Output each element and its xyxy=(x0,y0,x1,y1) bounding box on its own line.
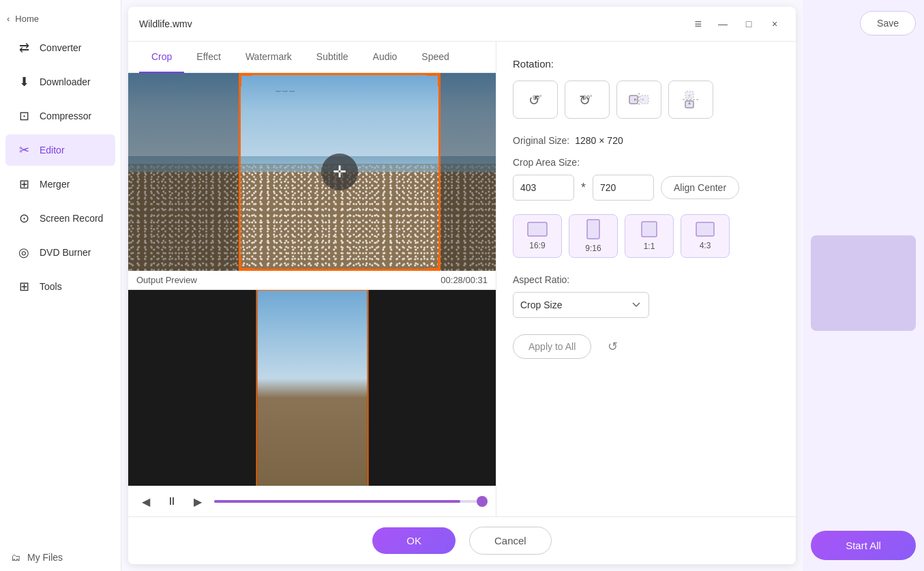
editor-window: Wildlife.wmv ≡ — □ × Crop Effect Waterma… xyxy=(128,7,796,564)
pause-button[interactable]: ⏸ xyxy=(162,492,181,511)
sidebar-item-merger[interactable]: ⊞ Merger xyxy=(5,169,115,200)
apply-reset-row: Apply to All ↺ xyxy=(513,334,779,359)
rotation-buttons: ↺ 90° ↻ 90° xyxy=(513,80,779,119)
aspect-1-1-label: 1:1 xyxy=(644,241,655,251)
sidebar-back-button[interactable]: ‹ Home xyxy=(0,7,121,31)
cancel-button[interactable]: Cancel xyxy=(469,527,552,555)
reset-button[interactable]: ↺ xyxy=(601,335,624,358)
apply-to-all-button[interactable]: Apply to All xyxy=(513,334,591,359)
crop-corner-tl[interactable] xyxy=(239,73,252,87)
dvd-burner-icon: ◎ xyxy=(16,245,31,260)
tab-effect[interactable]: Effect xyxy=(184,42,233,73)
aspect-presets: 16:9 9:16 1:1 4:3 xyxy=(513,214,779,258)
sidebar-item-label: Compressor xyxy=(40,111,91,121)
crop-corner-tr[interactable] xyxy=(427,73,441,87)
progress-thumb[interactable] xyxy=(477,496,488,507)
prev-frame-button[interactable]: ◀ xyxy=(136,492,155,511)
aspect-9-16-label: 9:16 xyxy=(585,244,601,253)
sidebar-item-editor[interactable]: ✂ Editor xyxy=(5,134,115,166)
flip-vertical-button[interactable] xyxy=(668,80,713,119)
tab-crop[interactable]: Crop xyxy=(139,42,184,73)
svg-rect-15 xyxy=(587,220,599,239)
crop-box[interactable]: ✛ xyxy=(239,73,441,271)
aspect-ratio-label: Aspect Ratio: xyxy=(513,274,779,285)
start-all-button[interactable]: Start All xyxy=(811,531,916,560)
output-video-frame xyxy=(256,290,368,486)
settings-panel: Rotation: ↺ 90° ↻ 90° xyxy=(496,42,796,516)
crop-overlay: ✛ xyxy=(128,73,496,271)
my-files-button[interactable]: 🗂 My Files xyxy=(0,544,121,571)
minimize-button[interactable]: — xyxy=(713,14,733,34)
home-label: Home xyxy=(15,14,39,24)
timestamp: 00:28/00:31 xyxy=(441,275,488,285)
save-button[interactable]: Save xyxy=(860,11,916,35)
aspect-ratio-row: Aspect Ratio: Crop Size 16:9 9:16 4:3 1:… xyxy=(513,274,779,318)
back-icon: ‹ xyxy=(7,14,10,24)
aspect-1-1-button[interactable]: 1:1 xyxy=(625,214,674,258)
crop-corner-bl[interactable] xyxy=(239,257,252,271)
sidebar-item-tools[interactable]: ⊞ Tools xyxy=(5,271,115,302)
crop-size-row: * Align Center xyxy=(513,175,779,201)
video-controls: ◀ ⏸ ▶ xyxy=(128,486,496,516)
aspect-9-16-button[interactable]: 9:16 xyxy=(569,214,618,258)
flip-horizontal-button[interactable] xyxy=(616,80,661,119)
my-files-icon: 🗂 xyxy=(11,552,20,563)
crop-corner-br[interactable] xyxy=(427,257,441,271)
crop-area-label-row: Crop Area Size: xyxy=(513,157,779,168)
system-menu-icon[interactable]: ≡ xyxy=(694,17,702,31)
compressor-icon: ⊡ xyxy=(16,108,31,123)
video-preview: 〰 〰 〰 xyxy=(128,73,496,271)
original-size-value: 1280 × 720 xyxy=(575,135,623,146)
merger-icon: ⊞ xyxy=(16,177,31,192)
editor-icon: ✂ xyxy=(16,143,31,158)
sidebar-item-label: Screen Record xyxy=(40,213,103,224)
aspect-16-9-button[interactable]: 16:9 xyxy=(513,214,562,258)
next-frame-button[interactable]: ▶ xyxy=(188,492,207,511)
close-button[interactable]: × xyxy=(764,14,785,34)
bottom-actions: OK Cancel xyxy=(128,516,796,564)
editor-title: Wildlife.wmv xyxy=(139,18,192,29)
downloader-icon: ⬇ xyxy=(16,74,31,89)
progress-fill xyxy=(214,500,460,503)
sidebar-item-label: DVD Burner xyxy=(40,247,91,258)
maximize-button[interactable]: □ xyxy=(739,14,759,34)
move-icon[interactable]: ✛ xyxy=(321,153,358,190)
sidebar-item-label: Editor xyxy=(40,145,65,156)
tab-speed[interactable]: Speed xyxy=(409,42,461,73)
aspect-4-3-button[interactable]: 4:3 xyxy=(681,214,730,258)
tab-subtitle[interactable]: Subtitle xyxy=(304,42,361,73)
svg-text:90°: 90° xyxy=(533,94,542,101)
sidebar-item-converter[interactable]: ⇄ Converter xyxy=(5,32,115,63)
sidebar-item-label: Merger xyxy=(40,179,70,190)
rotation-label: Rotation: xyxy=(513,58,779,70)
sidebar: ‹ Home ⇄ Converter ⬇ Downloader ⊡ Compre… xyxy=(0,0,121,571)
video-section: Crop Effect Watermark Subtitle Audio Spe… xyxy=(128,42,496,516)
crop-darken-left xyxy=(128,73,239,271)
preview-info-bar: Output Preview 00:28/00:31 xyxy=(128,271,496,290)
thumbnail-card xyxy=(811,235,916,331)
sidebar-item-downloader[interactable]: ⬇ Downloader xyxy=(5,66,115,98)
tab-watermark[interactable]: Watermark xyxy=(233,42,304,73)
output-preview-label: Output Preview xyxy=(136,275,197,285)
sidebar-item-dvd-burner[interactable]: ◎ DVD Burner xyxy=(5,237,115,268)
rotate-cw-button[interactable]: ↻ 90° xyxy=(565,80,610,119)
rotate-ccw-button[interactable]: ↺ 90° xyxy=(513,80,558,119)
size-separator: * xyxy=(581,181,586,195)
height-input[interactable] xyxy=(593,175,654,201)
width-input[interactable] xyxy=(513,175,574,201)
aspect-ratio-select[interactable]: Crop Size 16:9 9:16 4:3 1:1 None xyxy=(513,292,649,318)
converter-icon: ⇄ xyxy=(16,40,31,55)
sidebar-item-screen-record[interactable]: ⊙ Screen Record xyxy=(5,203,115,234)
align-center-button[interactable]: Align Center xyxy=(661,176,739,199)
sidebar-item-compressor[interactable]: ⊡ Compressor xyxy=(5,100,115,132)
sidebar-item-label: Converter xyxy=(40,42,81,53)
ok-button[interactable]: OK xyxy=(372,527,456,554)
progress-bar[interactable] xyxy=(214,500,488,503)
tabs: Crop Effect Watermark Subtitle Audio Spe… xyxy=(128,42,496,73)
sidebar-item-label: Downloader xyxy=(40,76,91,87)
output-preview xyxy=(128,290,496,486)
screen-record-icon: ⊙ xyxy=(16,211,31,226)
original-size-label: Original Size: xyxy=(513,135,569,146)
svg-text:90°: 90° xyxy=(583,94,593,101)
tab-audio[interactable]: Audio xyxy=(361,42,410,73)
